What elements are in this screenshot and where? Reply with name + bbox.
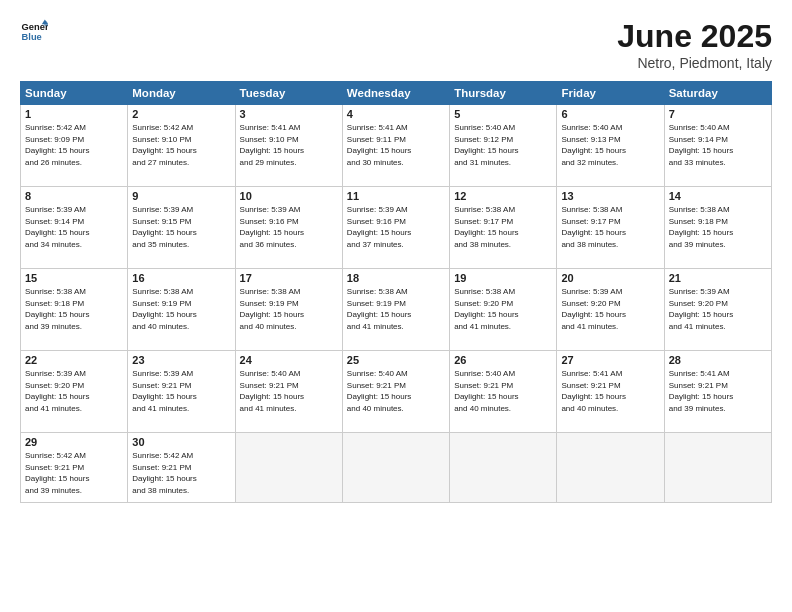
table-row: [557, 433, 664, 503]
logo-icon: General Blue: [20, 18, 48, 46]
week-row-5: 29Sunrise: 5:42 AM Sunset: 9:21 PM Dayli…: [21, 433, 772, 503]
table-row: 5Sunrise: 5:40 AM Sunset: 9:12 PM Daylig…: [450, 105, 557, 187]
week-row-2: 8Sunrise: 5:39 AM Sunset: 9:14 PM Daylig…: [21, 187, 772, 269]
calendar: Sunday Monday Tuesday Wednesday Thursday…: [20, 81, 772, 503]
table-row: 7Sunrise: 5:40 AM Sunset: 9:14 PM Daylig…: [664, 105, 771, 187]
table-row: 14Sunrise: 5:38 AM Sunset: 9:18 PM Dayli…: [664, 187, 771, 269]
col-friday: Friday: [557, 82, 664, 105]
title-block: June 2025 Netro, Piedmont, Italy: [617, 18, 772, 71]
table-row: 11Sunrise: 5:39 AM Sunset: 9:16 PM Dayli…: [342, 187, 449, 269]
table-row: 18Sunrise: 5:38 AM Sunset: 9:19 PM Dayli…: [342, 269, 449, 351]
header-row: Sunday Monday Tuesday Wednesday Thursday…: [21, 82, 772, 105]
table-row: 13Sunrise: 5:38 AM Sunset: 9:17 PM Dayli…: [557, 187, 664, 269]
table-row: 3Sunrise: 5:41 AM Sunset: 9:10 PM Daylig…: [235, 105, 342, 187]
table-row: 25Sunrise: 5:40 AM Sunset: 9:21 PM Dayli…: [342, 351, 449, 433]
col-tuesday: Tuesday: [235, 82, 342, 105]
day-1: 1Sunrise: 5:42 AM Sunset: 9:09 PM Daylig…: [21, 105, 128, 187]
table-row: 6Sunrise: 5:40 AM Sunset: 9:13 PM Daylig…: [557, 105, 664, 187]
table-row: 15Sunrise: 5:38 AM Sunset: 9:18 PM Dayli…: [21, 269, 128, 351]
col-wednesday: Wednesday: [342, 82, 449, 105]
table-row: 22Sunrise: 5:39 AM Sunset: 9:20 PM Dayli…: [21, 351, 128, 433]
table-row: 8Sunrise: 5:39 AM Sunset: 9:14 PM Daylig…: [21, 187, 128, 269]
table-row: 30Sunrise: 5:42 AM Sunset: 9:21 PM Dayli…: [128, 433, 235, 503]
week-row-3: 15Sunrise: 5:38 AM Sunset: 9:18 PM Dayli…: [21, 269, 772, 351]
table-row: 24Sunrise: 5:40 AM Sunset: 9:21 PM Dayli…: [235, 351, 342, 433]
col-saturday: Saturday: [664, 82, 771, 105]
table-row: 20Sunrise: 5:39 AM Sunset: 9:20 PM Dayli…: [557, 269, 664, 351]
header: General Blue June 2025 Netro, Piedmont, …: [20, 18, 772, 71]
table-row: 2Sunrise: 5:42 AM Sunset: 9:10 PM Daylig…: [128, 105, 235, 187]
table-row: 4Sunrise: 5:41 AM Sunset: 9:11 PM Daylig…: [342, 105, 449, 187]
table-row: 21Sunrise: 5:39 AM Sunset: 9:20 PM Dayli…: [664, 269, 771, 351]
table-row: 29Sunrise: 5:42 AM Sunset: 9:21 PM Dayli…: [21, 433, 128, 503]
month-title: June 2025: [617, 18, 772, 55]
week-row-1: 1Sunrise: 5:42 AM Sunset: 9:09 PM Daylig…: [21, 105, 772, 187]
week-row-4: 22Sunrise: 5:39 AM Sunset: 9:20 PM Dayli…: [21, 351, 772, 433]
table-row: 19Sunrise: 5:38 AM Sunset: 9:20 PM Dayli…: [450, 269, 557, 351]
table-row: [235, 433, 342, 503]
table-row: 17Sunrise: 5:38 AM Sunset: 9:19 PM Dayli…: [235, 269, 342, 351]
logo: General Blue: [20, 18, 48, 46]
table-row: 26Sunrise: 5:40 AM Sunset: 9:21 PM Dayli…: [450, 351, 557, 433]
page: General Blue June 2025 Netro, Piedmont, …: [0, 0, 792, 612]
table-row: 16Sunrise: 5:38 AM Sunset: 9:19 PM Dayli…: [128, 269, 235, 351]
table-row: 12Sunrise: 5:38 AM Sunset: 9:17 PM Dayli…: [450, 187, 557, 269]
col-sunday: Sunday: [21, 82, 128, 105]
svg-text:Blue: Blue: [22, 32, 42, 42]
col-monday: Monday: [128, 82, 235, 105]
table-row: 10Sunrise: 5:39 AM Sunset: 9:16 PM Dayli…: [235, 187, 342, 269]
table-row: [450, 433, 557, 503]
table-row: 9Sunrise: 5:39 AM Sunset: 9:15 PM Daylig…: [128, 187, 235, 269]
location: Netro, Piedmont, Italy: [617, 55, 772, 71]
table-row: 27Sunrise: 5:41 AM Sunset: 9:21 PM Dayli…: [557, 351, 664, 433]
col-thursday: Thursday: [450, 82, 557, 105]
table-row: 23Sunrise: 5:39 AM Sunset: 9:21 PM Dayli…: [128, 351, 235, 433]
table-row: [664, 433, 771, 503]
table-row: 28Sunrise: 5:41 AM Sunset: 9:21 PM Dayli…: [664, 351, 771, 433]
table-row: [342, 433, 449, 503]
